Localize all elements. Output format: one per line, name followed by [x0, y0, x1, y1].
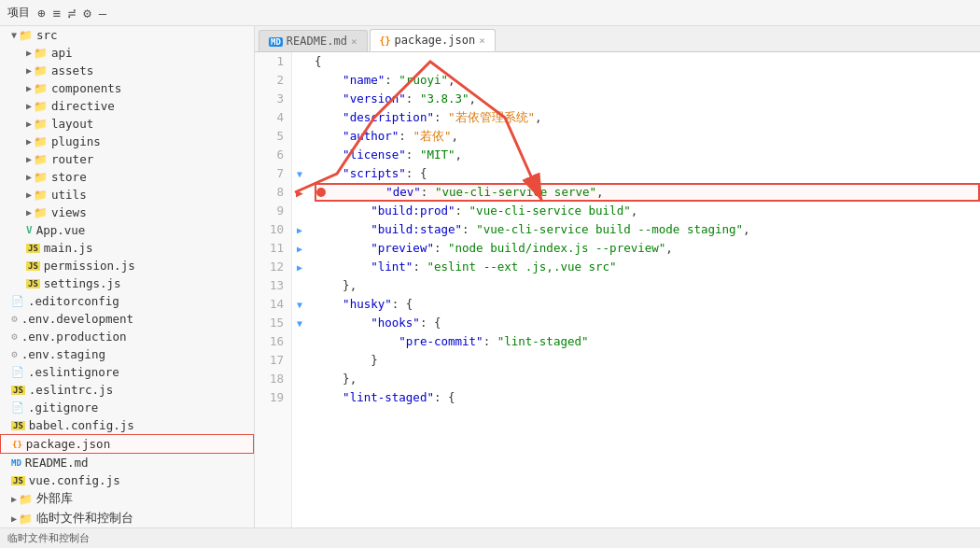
code-line: "lint-staged": { — [315, 388, 980, 407]
tab-package[interactable]: {}package.json× — [370, 29, 496, 51]
editor-content[interactable]: 12345678910111213141516171819 ▼▶▶▶▶▼▼ { … — [255, 52, 980, 527]
toolbar-icon-settings[interactable]: ⚙ — [83, 6, 91, 21]
sidebar-item-README.md[interactable]: MD README.md — [0, 454, 254, 471]
sidebar-item-.eslintrc.js[interactable]: JS .eslintrc.js — [0, 381, 254, 399]
tab-readme[interactable]: MDREADME.md× — [259, 30, 368, 51]
sidebar-item-App.vue[interactable]: V App.vue — [0, 221, 254, 239]
line-number: 12 — [255, 258, 291, 276]
sidebar-item-utils[interactable]: ▶📁utils — [0, 186, 254, 204]
chevron-right-icon: ▶ — [11, 513, 17, 524]
code-line: "description": "若依管理系统", — [315, 108, 980, 127]
chevron-right-icon: ▶ — [26, 136, 32, 147]
vue-file-icon: V — [26, 224, 33, 236]
sidebar-item-.env.production[interactable]: ⚙ .env.production — [0, 328, 254, 345]
sidebar-item-label: .editorconfig — [28, 294, 119, 308]
fold-button — [292, 351, 307, 370]
json-file-icon: {} — [12, 438, 22, 450]
sidebar-item-label: .eslintignore — [28, 365, 119, 379]
toolbar-icon-add[interactable]: ⊕ — [37, 6, 45, 21]
code-area: { "name": "ruoyi", "version": "3.8.3", "… — [307, 52, 980, 527]
code-line: "build:prod": "vue-cli-service build", — [315, 202, 980, 220]
sidebar-item-src[interactable]: ▼📁src — [0, 26, 254, 44]
sidebar-item-main.js[interactable]: JS main.js — [0, 239, 254, 257]
sidebar-item-label: views — [51, 205, 87, 219]
sidebar-item-plugins[interactable]: ▶📁plugins — [0, 133, 254, 150]
js-file-icon: JS — [11, 384, 25, 396]
sidebar-item-label: assets — [51, 63, 93, 77]
sidebar-item-label: 外部库 — [36, 491, 73, 507]
sidebar-item-.eslintignore[interactable]: 📄 .eslintignore — [0, 363, 254, 381]
sidebar-item-components[interactable]: ▶📁components — [0, 79, 254, 97]
line-numbers: 12345678910111213141516171819 — [255, 52, 292, 527]
sidebar-item-vue.config.js[interactable]: JS vue.config.js — [0, 471, 254, 489]
fold-button[interactable]: ▶ — [292, 258, 307, 276]
fold-button[interactable]: ▶ — [292, 239, 307, 258]
fold-button — [292, 202, 307, 220]
fold-button — [292, 127, 307, 146]
fold-button[interactable]: ▶ — [292, 183, 307, 202]
folder-icon: 📁 — [34, 153, 48, 166]
sidebar-item-label: .env.development — [21, 312, 133, 326]
sidebar-item-label: README.md — [25, 456, 89, 470]
sidebar-item-.gitignore[interactable]: 📄 .gitignore — [0, 399, 254, 416]
sidebar-item-assets[interactable]: ▶📁assets — [0, 62, 254, 79]
sidebar-item-.env.development[interactable]: ⚙ .env.development — [0, 310, 254, 328]
folder-icon: 📁 — [34, 82, 48, 95]
sidebar-item-临时文件和控制台[interactable]: ▶📁临时文件和控制台 — [0, 509, 254, 527]
sidebar-item-layout[interactable]: ▶📁layout — [0, 115, 254, 133]
sidebar-item-label: .env.staging — [21, 347, 105, 361]
sidebar-item-permission.js[interactable]: JS permission.js — [0, 257, 254, 274]
sidebar-item-directive[interactable]: ▶📁directive — [0, 97, 254, 115]
fold-button[interactable]: ▼ — [292, 314, 307, 332]
fold-button — [292, 146, 307, 164]
code-line: "hooks": { — [315, 314, 980, 332]
sidebar-item-.env.staging[interactable]: ⚙ .env.staging — [0, 345, 254, 363]
sidebar-item-label: vue.config.js — [29, 473, 120, 487]
fold-button — [292, 90, 307, 108]
sidebar-item-label: components — [51, 81, 121, 95]
line-number: 10 — [255, 220, 291, 239]
line-number: 1 — [255, 52, 291, 71]
toolbar-icon-minimize[interactable]: – — [99, 6, 106, 21]
code-line: "husky": { — [315, 295, 980, 314]
sidebar-item-settings.js[interactable]: JS settings.js — [0, 274, 254, 292]
folder-icon: 📁 — [34, 189, 48, 202]
folder-icon: 📁 — [19, 29, 33, 42]
line-number: 9 — [255, 202, 291, 220]
sidebar-item-label: api — [51, 46, 73, 60]
fold-button[interactable]: ▶ — [292, 220, 307, 239]
sidebar-item-外部库[interactable]: ▶📁外部库 — [0, 489, 254, 509]
editor-wrapper: 12345678910111213141516171819 ▼▶▶▶▶▼▼ { … — [255, 52, 980, 527]
line-number: 7 — [255, 164, 291, 183]
sidebar-item-label: store — [51, 170, 87, 184]
toolbar-icon-sort[interactable]: ≓ — [68, 6, 76, 21]
sidebar-item-.editorconfig[interactable]: 📄 .editorconfig — [0, 292, 254, 310]
js-file-icon: JS — [11, 474, 25, 486]
fold-button — [292, 71, 307, 90]
sidebar-item-babel.config.js[interactable]: JS babel.config.js — [0, 416, 254, 434]
sidebar-item-api[interactable]: ▶📁api — [0, 44, 254, 62]
line-number: 5 — [255, 127, 291, 146]
sidebar-item-package.json[interactable]: {} package.json — [0, 434, 254, 454]
sidebar-item-views[interactable]: ▶📁views — [0, 204, 254, 221]
env-file-icon: ⚙ — [11, 313, 18, 325]
line-number: 13 — [255, 276, 291, 295]
code-line: "scripts": { — [315, 164, 980, 183]
line-number: 18 — [255, 370, 291, 388]
toolbar-icon-list[interactable]: ≡ — [52, 6, 60, 21]
js-file-icon: JS — [26, 242, 40, 254]
folder-icon: 📁 — [19, 513, 33, 526]
chevron-right-icon: ▶ — [26, 65, 32, 76]
tab-close-button[interactable]: × — [479, 35, 485, 47]
sidebar-item-router[interactable]: ▶📁router — [0, 150, 254, 168]
sidebar-item-store[interactable]: ▶📁store — [0, 168, 254, 186]
folder-icon: 📁 — [34, 118, 48, 131]
fold-button[interactable]: ▼ — [292, 295, 307, 314]
tab-close-button[interactable]: × — [351, 35, 357, 48]
toolbar-label: 项目 — [7, 5, 30, 21]
folder-icon: 📁 — [34, 47, 48, 60]
line-number: 3 — [255, 90, 291, 108]
chevron-right-icon: ▶ — [26, 172, 32, 182]
chevron-right-icon: ▶ — [26, 190, 32, 200]
fold-button[interactable]: ▼ — [292, 164, 307, 183]
